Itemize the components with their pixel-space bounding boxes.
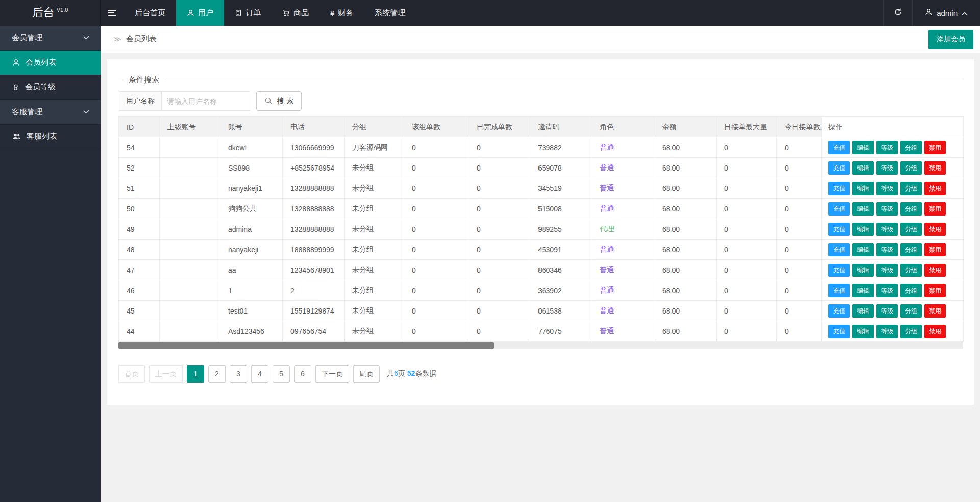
sidebar-item-会员列表[interactable]: 会员列表: [0, 51, 101, 75]
pagination-last-button[interactable]: 尾页: [353, 365, 380, 383]
action-button-禁用[interactable]: 禁用: [924, 243, 946, 256]
action-button-分组[interactable]: 分组: [900, 304, 922, 318]
action-button-等级[interactable]: 等级: [876, 202, 898, 216]
pagination-page-1[interactable]: 1: [187, 365, 204, 383]
action-button-等级[interactable]: 等级: [876, 325, 898, 338]
action-button-编辑[interactable]: 编辑: [852, 182, 874, 195]
action-button-禁用[interactable]: 禁用: [924, 141, 946, 154]
action-button-编辑[interactable]: 编辑: [852, 325, 874, 338]
sidebar-group-会员管理[interactable]: 会员管理: [0, 26, 101, 51]
pagination-next-button[interactable]: 下一页: [315, 365, 349, 383]
action-button-分组[interactable]: 分组: [900, 182, 922, 195]
search-button-label: 搜 索: [277, 97, 293, 106]
action-button-禁用[interactable]: 禁用: [924, 325, 946, 338]
pagination-page-6[interactable]: 6: [294, 365, 311, 383]
pagination-page-3[interactable]: 3: [230, 365, 247, 383]
person-icon: [12, 59, 20, 66]
action-button-等级[interactable]: 等级: [876, 264, 898, 277]
cell-account: aa: [220, 260, 283, 280]
action-button-充值[interactable]: 充值: [828, 141, 850, 154]
topnav-item-商品[interactable]: 商品: [272, 0, 320, 26]
action-button-充值[interactable]: 充值: [828, 304, 850, 318]
scrollbar-thumb[interactable]: [118, 342, 494, 349]
member-table-wrap: ID上级账号账号电话分组该组单数已完成单数邀请码角色余额日接单最大量今日接单数量…: [118, 116, 963, 349]
topnav-item-财务[interactable]: ¥财务: [320, 0, 364, 26]
topnav-item-用户[interactable]: 用户: [176, 0, 224, 26]
action-button-充值[interactable]: 充值: [828, 223, 850, 236]
action-button-编辑[interactable]: 编辑: [852, 284, 874, 297]
cell-role: 普通: [592, 137, 654, 158]
cell-today_orders: 0: [777, 301, 822, 321]
action-button-充值[interactable]: 充值: [828, 243, 850, 256]
action-button-等级[interactable]: 等级: [876, 182, 898, 195]
action-button-编辑[interactable]: 编辑: [852, 304, 874, 318]
search-fieldset: 条件搜索: [118, 75, 962, 85]
action-button-等级[interactable]: 等级: [876, 141, 898, 154]
cell-id: 46: [119, 280, 160, 301]
cell-group_orders: 0: [404, 178, 469, 199]
action-button-禁用[interactable]: 禁用: [924, 182, 946, 195]
action-button-编辑[interactable]: 编辑: [852, 141, 874, 154]
action-button-禁用[interactable]: 禁用: [924, 223, 946, 236]
cell-invite_code: 363902: [530, 280, 592, 301]
action-button-分组[interactable]: 分组: [900, 202, 922, 216]
action-button-分组[interactable]: 分组: [900, 141, 922, 154]
action-button-充值[interactable]: 充值: [828, 182, 850, 195]
action-button-编辑[interactable]: 编辑: [852, 202, 874, 216]
action-button-分组[interactable]: 分组: [900, 284, 922, 297]
action-button-充值[interactable]: 充值: [828, 264, 850, 277]
sidebar-toggle-button[interactable]: [101, 0, 124, 26]
topnav-item-后台首页[interactable]: 后台首页: [124, 0, 176, 26]
action-button-禁用[interactable]: 禁用: [924, 202, 946, 216]
sidebar-group-客服管理[interactable]: 客服管理: [0, 100, 101, 125]
action-button-等级[interactable]: 等级: [876, 243, 898, 256]
action-button-等级[interactable]: 等级: [876, 284, 898, 297]
pagination-page-5[interactable]: 5: [273, 365, 290, 383]
sidebar-item-会员等级[interactable]: 会员等级: [0, 75, 101, 100]
search-button[interactable]: 搜 索: [256, 91, 302, 111]
breadcrumb: ≫ 会员列表: [113, 34, 157, 44]
cell-balance: 68.00: [654, 240, 717, 260]
refresh-button[interactable]: [883, 0, 913, 26]
user-menu[interactable]: admin: [913, 0, 980, 26]
role-badge: 代理: [600, 225, 614, 233]
pagination-page-2[interactable]: 2: [208, 365, 226, 383]
cell-role: 普通: [592, 240, 654, 260]
table-row: 48nanyakeji18888899999未分组00453091普通68.00…: [119, 240, 964, 260]
username-input[interactable]: [162, 91, 250, 111]
topnav-item-系统管理[interactable]: 系统管理: [364, 0, 416, 26]
action-button-分组[interactable]: 分组: [900, 161, 922, 175]
add-member-button[interactable]: 添加会员: [928, 30, 973, 49]
topnav-item-订单[interactable]: 订单: [224, 0, 272, 26]
cell-completed_orders: 0: [469, 280, 530, 301]
table-row: 44Asd123456097656754未分组00776075普通68.0000…: [119, 321, 964, 342]
action-button-分组[interactable]: 分组: [900, 243, 922, 256]
cell-daily_max: 0: [717, 137, 777, 158]
action-button-充值[interactable]: 充值: [828, 202, 850, 216]
pagination-page-4[interactable]: 4: [251, 365, 268, 383]
action-button-等级[interactable]: 等级: [876, 223, 898, 236]
horizontal-scrollbar[interactable]: [118, 342, 963, 349]
action-button-禁用[interactable]: 禁用: [924, 284, 946, 297]
action-button-充值[interactable]: 充值: [828, 325, 850, 338]
action-button-等级[interactable]: 等级: [876, 161, 898, 175]
pagination-prev-button[interactable]: 上一页: [149, 365, 183, 383]
action-button-充值[interactable]: 充值: [828, 284, 850, 297]
action-button-编辑[interactable]: 编辑: [852, 161, 874, 175]
action-button-编辑[interactable]: 编辑: [852, 223, 874, 236]
action-button-禁用[interactable]: 禁用: [924, 264, 946, 277]
cell-group_orders: 0: [404, 260, 469, 280]
action-button-分组[interactable]: 分组: [900, 325, 922, 338]
action-button-编辑[interactable]: 编辑: [852, 264, 874, 277]
action-button-等级[interactable]: 等级: [876, 304, 898, 318]
action-button-分组[interactable]: 分组: [900, 264, 922, 277]
action-button-禁用[interactable]: 禁用: [924, 304, 946, 318]
action-button-充值[interactable]: 充值: [828, 161, 850, 175]
sidebar-item-客服列表[interactable]: 客服列表: [0, 125, 101, 149]
action-button-禁用[interactable]: 禁用: [924, 161, 946, 175]
username-input-group: 用户名称: [119, 91, 250, 111]
action-button-分组[interactable]: 分组: [900, 223, 922, 236]
action-button-编辑[interactable]: 编辑: [852, 243, 874, 256]
topnav-item-label: 用户: [198, 8, 213, 18]
pagination-first-button[interactable]: 首页: [118, 365, 145, 383]
